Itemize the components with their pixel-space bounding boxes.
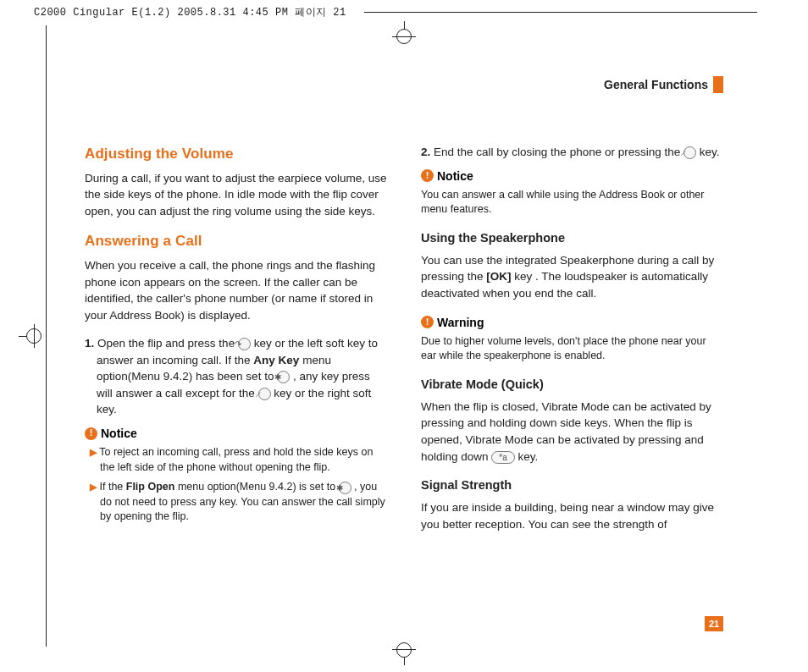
text: When the flip is closed, Vibrate Mode ca… <box>421 400 711 463</box>
print-header-rule <box>364 12 757 13</box>
end-key-icon: ⟋ <box>683 146 696 159</box>
notice-heading: ! Notice <box>85 425 387 442</box>
bold-text: Flip Open <box>126 481 175 493</box>
notice-body: You can answer a call while using the Ad… <box>421 188 723 218</box>
paragraph: When the flip is closed, Vibrate Mode ca… <box>421 399 723 465</box>
warning-heading: ! Warning <box>421 314 723 331</box>
text: menu option(Menu 9.4.2) is set to <box>178 481 339 493</box>
notice-label: Notice <box>101 425 137 442</box>
paragraph: During a call, if you want to adjust the… <box>85 170 387 220</box>
page-number-badge: 21 <box>705 616 723 631</box>
heading-signal-strength: Signal Strength <box>421 476 723 494</box>
paragraph: When you receive a call, the phone rings… <box>85 257 387 323</box>
warning-label: Warning <box>437 314 484 331</box>
arrow-bullet-icon: ▶ <box>90 482 97 492</box>
text: If the <box>99 481 125 493</box>
warning-body: Due to higher volume levels, don't place… <box>421 334 723 364</box>
text: key. <box>518 450 539 463</box>
text: End the call by closing the phone or pre… <box>434 146 683 158</box>
heading-adjusting-volume: Adjusting the Volume <box>85 144 387 165</box>
chapter-title-accent <box>713 76 723 93</box>
ordered-list-item: 2. End the call by closing the phone or … <box>421 144 723 161</box>
heading-speakerphone: Using the Speakerphone <box>421 229 723 247</box>
heading-answering-call: Answering a Call <box>85 231 387 252</box>
text: key. <box>700 146 720 158</box>
bold-text: [OK] <box>486 270 511 283</box>
text: To reject an incoming call, press and ho… <box>99 446 373 473</box>
chapter-header: General Functions <box>85 76 723 93</box>
list-number: 2. <box>421 146 430 158</box>
star-key-icon: *a <box>491 451 514 464</box>
page-content: General Functions Adjusting the Volume D… <box>85 76 723 630</box>
notice-body: ▶ To reject an incoming call, press and … <box>85 445 387 525</box>
column-left: Adjusting the Volume During a call, if y… <box>85 144 387 630</box>
option-key-icon: ✱ <box>277 371 290 383</box>
notice-bullet: ▶ If the Flip Open menu option(Menu 9.4.… <box>85 480 387 525</box>
paragraph: If you are inside a building, being near… <box>421 499 723 532</box>
notice-bullet: ▶ To reject an incoming call, press and … <box>85 445 387 475</box>
warning-badge-icon: ! <box>421 316 434 328</box>
notice-badge-icon: ! <box>85 427 97 440</box>
column-right: 2. End the call by closing the phone or … <box>421 144 723 630</box>
arrow-bullet-icon: ▶ <box>90 447 97 457</box>
text: Open the flip and press the <box>97 337 238 350</box>
list-number: 1. <box>85 337 94 350</box>
send-key-icon: ↷ <box>238 338 251 350</box>
chapter-title: General Functions <box>604 78 708 91</box>
ordered-list-item: 1. Open the flip and press the ↷ key or … <box>85 335 387 418</box>
bold-text: Any Key <box>253 354 299 366</box>
notice-badge-icon: ! <box>421 169 434 182</box>
notice-heading: ! Notice <box>421 168 723 185</box>
notice-label: Notice <box>437 168 473 185</box>
heading-vibrate-mode: Vibrate Mode (Quick) <box>421 376 723 394</box>
paragraph: You can use the integrated Speakerphone … <box>421 252 723 302</box>
page-frame-left-rule <box>46 25 47 647</box>
print-job-header: C2000 Cingular E(1.2) 2005.8.31 4:45 PM … <box>34 5 346 19</box>
option-key-icon: ✱ <box>339 482 351 494</box>
end-key-icon: ⟋ <box>258 388 271 400</box>
